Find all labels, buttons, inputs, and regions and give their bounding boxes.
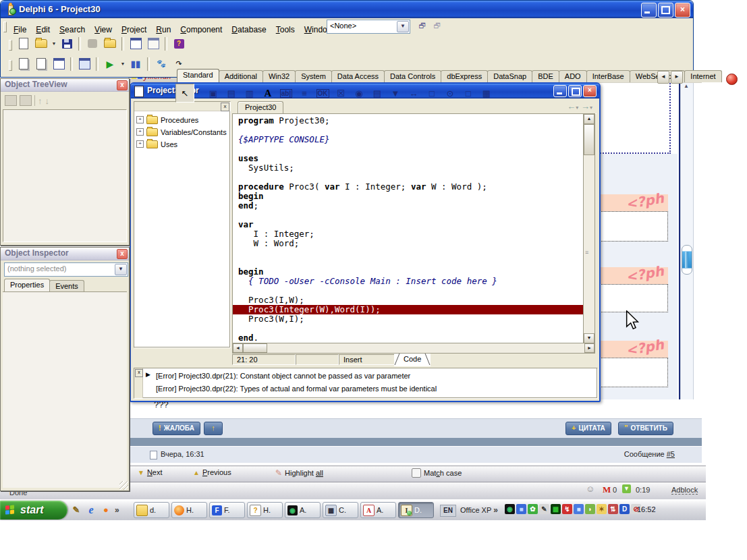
- scroll-right-icon[interactable]: ►: [584, 343, 594, 353]
- smiley-icon[interactable]: ☺: [586, 484, 594, 494]
- inspector-grid-area[interactable]: [3, 291, 127, 488]
- expand-plus-icon[interactable]: +: [136, 140, 144, 148]
- taskbar-button-delphi[interactable]: ID.: [398, 502, 434, 518]
- code-line-2[interactable]: [238, 125, 584, 135]
- code-line-19[interactable]: [238, 286, 584, 296]
- code-line-8[interactable]: procedure Proc3( var I : Integer; var W …: [238, 182, 584, 192]
- checkbox-icon[interactable]: [412, 468, 421, 478]
- scroll-bar-component-icon[interactable]: ↔: [405, 84, 422, 102]
- network2-icon[interactable]: ■: [574, 504, 584, 514]
- tab-events[interactable]: Events: [49, 280, 84, 291]
- code-line-3[interactable]: {$APPTYPE CONSOLE}: [238, 135, 584, 144]
- code-line-15[interactable]: [238, 248, 584, 258]
- maximize-button[interactable]: [658, 3, 673, 18]
- tree-item-procedures[interactable]: +Procedures: [136, 114, 198, 125]
- palette-tab-ado[interactable]: ADO: [559, 70, 587, 82]
- palette-tab-data-controls[interactable]: Data Controls: [384, 70, 441, 82]
- code-line-4[interactable]: [238, 144, 584, 154]
- resize-grip[interactable]: [119, 481, 128, 490]
- error-message[interactable]: [Error] Project30.dpr(21): Constant obje…: [156, 370, 410, 382]
- help-contents-button[interactable]: ?: [171, 36, 187, 51]
- palette-tab-additional[interactable]: Additional: [219, 70, 263, 82]
- download-master-icon[interactable]: D: [619, 504, 630, 514]
- lightning-icon[interactable]: ↯: [562, 504, 572, 514]
- expand-plus-icon[interactable]: +: [136, 116, 144, 123]
- move-up-icon[interactable]: ↑: [38, 96, 43, 106]
- code-line-11[interactable]: [238, 211, 584, 220]
- scroll-down-icon[interactable]: ▼: [584, 333, 594, 343]
- palette-tab-dbexpress[interactable]: dbExpress: [441, 70, 488, 82]
- chevron-down-icon[interactable]: ▼: [397, 21, 409, 32]
- find-previous-button[interactable]: ▲Previous: [193, 468, 231, 476]
- palette-scroll-left-icon[interactable]: ◄: [657, 71, 669, 84]
- trace-into-button[interactable]: 🐾: [153, 56, 169, 72]
- acdsee-eye-icon[interactable]: ◉: [505, 504, 515, 514]
- code-line-24[interactable]: end.: [238, 333, 584, 343]
- object-treeview-titlebar[interactable]: Object TreeView x: [1, 79, 129, 92]
- remove-from-project-button[interactable]: [145, 36, 161, 51]
- pause-button[interactable]: ▮▮: [128, 56, 144, 72]
- palette-scroll-right-icon[interactable]: ►: [671, 71, 683, 84]
- toggle-form-unit-button[interactable]: [51, 56, 67, 72]
- action-list-component-icon[interactable]: ▦: [478, 84, 495, 102]
- tab-properties[interactable]: Properties: [4, 279, 50, 291]
- icq-flower-icon[interactable]: ✿: [528, 504, 538, 514]
- highlight-all-button[interactable]: ✎Highlight all: [275, 468, 323, 478]
- complain-button[interactable]: !ЖАЛОБА: [153, 422, 200, 435]
- scroll-up-icon[interactable]: ▲: [584, 114, 594, 124]
- code-line-20[interactable]: Proc3(I,W);: [238, 296, 584, 305]
- network-icon[interactable]: ■: [516, 504, 526, 514]
- code-line-1[interactable]: program Project30;: [238, 116, 584, 125]
- combo-box-component-icon[interactable]: ▼: [387, 84, 404, 102]
- code-line-5[interactable]: uses: [238, 154, 584, 163]
- tree-item-uses[interactable]: +Uses: [136, 138, 177, 150]
- taskbar-button-folder[interactable]: d.: [134, 502, 169, 518]
- error-message[interactable]: [Error] Project30.dpr(22): Types of actu…: [156, 383, 437, 395]
- open-dropdown-icon[interactable]: ▼: [51, 36, 57, 51]
- close-icon[interactable]: x: [117, 80, 128, 90]
- palette-tab-data-access[interactable]: Data Access: [331, 70, 385, 82]
- memo-component-icon[interactable]: ≡: [296, 84, 313, 102]
- popup-menu-component-icon[interactable]: ▥: [241, 84, 258, 102]
- code-line-13[interactable]: I : Integer;: [238, 229, 584, 239]
- desktop-layout-combo[interactable]: <None> ▼: [327, 20, 410, 34]
- close-icon[interactable]: x: [135, 369, 143, 377]
- code-line-21[interactable]: Proc3(Integer(W),Word(I));: [233, 305, 584, 314]
- edit-component-icon[interactable]: ab|: [277, 84, 295, 102]
- code-line-9[interactable]: begin: [238, 192, 584, 201]
- code-line-6[interactable]: SysUtils;: [238, 163, 584, 173]
- led-grid-icon[interactable]: ▦: [551, 504, 561, 514]
- open-file-button[interactable]: [33, 36, 49, 51]
- editor-vscrollbar[interactable]: ▲ ≡ ▼: [583, 113, 595, 344]
- set-debug-desktop-button[interactable]: 🗗: [431, 20, 444, 32]
- code-view-tab[interactable]: Code: [394, 354, 431, 366]
- ie-icon[interactable]: e: [85, 504, 97, 516]
- code-line-23[interactable]: [238, 324, 584, 333]
- red-face-icon[interactable]: [726, 74, 738, 85]
- save-button[interactable]: [59, 36, 75, 51]
- notes-icon[interactable]: ✎: [539, 504, 549, 514]
- toolbar-grip[interactable]: [9, 60, 12, 71]
- nvidia-icon[interactable]: ◗: [585, 504, 595, 514]
- new-item-button[interactable]: [5, 95, 17, 106]
- scrollbar-thumb[interactable]: [682, 245, 692, 275]
- checkbox-component-icon[interactable]: ☒: [332, 84, 350, 102]
- move-down-icon[interactable]: ↓: [45, 96, 50, 106]
- code-line-7[interactable]: [238, 173, 584, 182]
- object-inspector-titlebar[interactable]: Object Inspector x: [1, 248, 129, 260]
- quick-launch-chevron-icon[interactable]: »: [115, 505, 119, 515]
- code-line-16[interactable]: [238, 258, 584, 267]
- view-form-button[interactable]: [33, 56, 49, 72]
- start-button[interactable]: start: [0, 501, 67, 520]
- save-desktop-button[interactable]: 🗗: [416, 20, 429, 32]
- editor-hscrollbar[interactable]: ◄ ►: [232, 343, 595, 354]
- scroll-top-button[interactable]: ↑: [204, 422, 223, 435]
- reply-button[interactable]: ”ОТВЕТИТЬ: [618, 422, 673, 435]
- scroll-left-icon[interactable]: ◄: [233, 343, 243, 353]
- code-line-12[interactable]: var: [238, 220, 584, 229]
- frames-component-icon[interactable]: ▣: [204, 84, 222, 102]
- code-line-18[interactable]: { TODO -oUser -cConsole Main : Insert co…: [238, 277, 584, 286]
- pen-icon[interactable]: ✎: [70, 504, 82, 516]
- updown-arrows-icon[interactable]: ⇅: [608, 504, 618, 514]
- chevron-down-icon[interactable]: ▼: [115, 264, 127, 275]
